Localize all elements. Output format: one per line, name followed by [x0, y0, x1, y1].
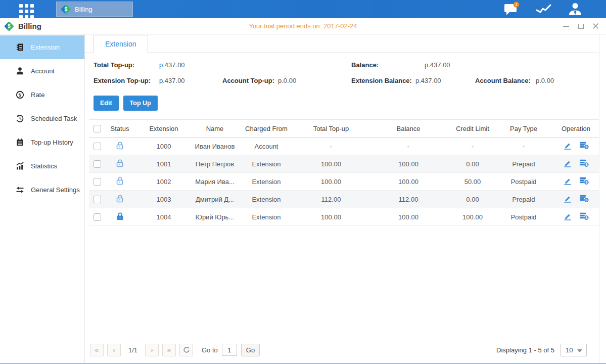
sidebar-item-scheduled-task[interactable]: Scheduled Task	[0, 107, 84, 130]
sidebar-item-label: Extension	[31, 43, 60, 51]
sidebar: Extension Account $ Rate	[0, 34, 85, 363]
table-row: 1004Юрий Юрь...Extension100.00100.00100.…	[89, 208, 599, 226]
topup-coins-icon[interactable]: $	[579, 159, 589, 169]
table-header-row: Status Extension Name Charged From Total…	[89, 120, 599, 138]
refresh-icon[interactable]	[179, 344, 193, 356]
name-cell: Мария Ива...	[193, 173, 237, 191]
row-checkbox[interactable]	[94, 160, 101, 168]
page-size-select[interactable]: 10	[561, 344, 587, 356]
minimize-icon[interactable]	[563, 23, 570, 29]
sliders-icon	[16, 186, 24, 194]
lock-open-icon[interactable]	[116, 194, 124, 204]
lock-closed-icon[interactable]	[116, 212, 124, 222]
total-topup-cell: 112.00	[296, 191, 366, 208]
tab-strip: Extension	[85, 34, 599, 53]
edit-icon[interactable]	[563, 195, 572, 204]
sidebar-item-statistics[interactable]: Statistics	[0, 154, 84, 178]
taskbar-tab-label: Billing	[75, 6, 92, 13]
go-button[interactable]: Go	[241, 344, 260, 356]
messages-icon[interactable]: !	[503, 2, 520, 17]
edit-icon[interactable]	[563, 159, 572, 169]
user-account-icon[interactable]	[568, 2, 583, 16]
main-content: Extension Total Top-up: p.437.00 Balance…	[85, 34, 599, 363]
edit-icon[interactable]	[563, 177, 572, 187]
extension-table: Status Extension Name Charged From Total…	[89, 119, 599, 226]
row-checkbox[interactable]	[94, 213, 101, 221]
billing-app-icon: $	[61, 4, 71, 14]
maximize-icon[interactable]	[577, 23, 584, 29]
first-page-button[interactable]: «	[90, 344, 104, 356]
credit-limit-cell: 0.00	[451, 191, 494, 208]
top-up-button[interactable]: Top Up	[123, 96, 158, 111]
column-header-total-topup: Total Top-up	[296, 120, 366, 138]
table-row: 1002Мария Ива...Extension100.00100.0050.…	[89, 173, 599, 191]
total-topup-cell: 100.00	[296, 155, 366, 173]
credit-limit-cell: 100.00	[451, 208, 494, 226]
close-icon[interactable]	[592, 23, 599, 29]
taskbar-tab-billing[interactable]: $ Billing	[56, 2, 133, 17]
chevron-down-icon	[577, 349, 582, 352]
topup-coins-icon[interactable]: $	[579, 177, 589, 187]
account-topup-label: Account Top-up:	[222, 76, 278, 86]
column-header-charged-from: Charged From	[237, 120, 296, 138]
topup-coins-icon[interactable]: $	[579, 142, 589, 151]
edit-button[interactable]: Edit	[94, 96, 119, 111]
next-page-button[interactable]: ›	[145, 344, 159, 356]
column-header-pay-type: Pay Type	[494, 120, 553, 138]
charged-from-cell: Account	[237, 138, 296, 155]
extension-topup-value: p.437.00	[159, 76, 222, 86]
row-checkbox[interactable]	[94, 178, 101, 186]
topup-coins-icon[interactable]: $	[579, 212, 589, 222]
trial-notice: Your trial period ends on: 2017-02-24	[0, 22, 606, 30]
account-balance-value: p.0.00	[536, 76, 554, 86]
page-size-value: 10	[566, 346, 573, 354]
balance-cell: 112.00	[366, 191, 451, 208]
sidebar-item-label: Top-up History	[31, 139, 73, 146]
row-checkbox[interactable]	[94, 196, 101, 203]
sidebar-item-extension[interactable]: Extension	[0, 35, 84, 59]
extension-topup-label: Extension Top-up:	[94, 76, 159, 86]
history-clock-icon	[16, 114, 24, 123]
name-cell: Иван Иванов	[193, 138, 237, 155]
billing-window: $ Billing !	[0, 0, 606, 364]
extension-cell: 1002	[134, 173, 193, 191]
lock-open-icon[interactable]	[116, 176, 124, 187]
charged-from-cell: Extension	[237, 191, 296, 208]
person-icon	[16, 67, 24, 75]
lock-open-icon[interactable]	[116, 141, 124, 151]
last-page-button[interactable]: »	[162, 344, 176, 356]
credit-limit-cell: 0.00	[451, 155, 494, 173]
sidebar-item-topup-history[interactable]: Top-up History	[0, 130, 84, 154]
topup-coins-icon[interactable]: $	[579, 195, 589, 204]
displaying-status: Displaying 1 - 5 of 5	[496, 346, 554, 354]
lock-open-icon[interactable]	[116, 159, 124, 169]
svg-text:!: !	[516, 2, 517, 7]
total-topup-label: Total Top-up:	[94, 60, 159, 70]
pay-type-cell: Prepaid	[494, 155, 553, 173]
column-header-balance: Balance	[366, 120, 451, 138]
pay-type-cell: Prepaid	[494, 191, 553, 208]
balance-cell: 100.00	[366, 155, 451, 173]
total-topup-value: p.437.00	[159, 60, 185, 70]
total-topup-cell: 100.00	[296, 173, 366, 191]
apps-grid-icon[interactable]	[19, 4, 34, 19]
charged-from-cell: Extension	[237, 208, 296, 226]
goto-page-input[interactable]	[222, 344, 237, 356]
edit-icon[interactable]	[563, 212, 572, 222]
prev-page-button[interactable]: ‹	[107, 344, 121, 356]
tab-extension[interactable]: Extension	[93, 35, 148, 53]
extension-balance-value: p.437.00	[415, 76, 475, 86]
sidebar-item-label: General Settings	[31, 186, 80, 194]
sidebar-item-account[interactable]: Account	[0, 59, 84, 83]
extension-cell: 1001	[134, 155, 193, 173]
balance-cell: 100.00	[366, 173, 451, 191]
balance-value: p.437.00	[425, 60, 450, 70]
sidebar-item-rate[interactable]: $ Rate	[0, 83, 84, 107]
extension-cell: 1000	[134, 138, 193, 155]
select-all-checkbox[interactable]	[94, 125, 101, 132]
reports-chart-icon[interactable]	[535, 3, 552, 16]
edit-icon[interactable]	[563, 142, 572, 151]
sidebar-item-general-settings[interactable]: General Settings	[0, 178, 84, 202]
total-topup-cell: -	[296, 138, 366, 155]
row-checkbox[interactable]	[94, 143, 101, 150]
